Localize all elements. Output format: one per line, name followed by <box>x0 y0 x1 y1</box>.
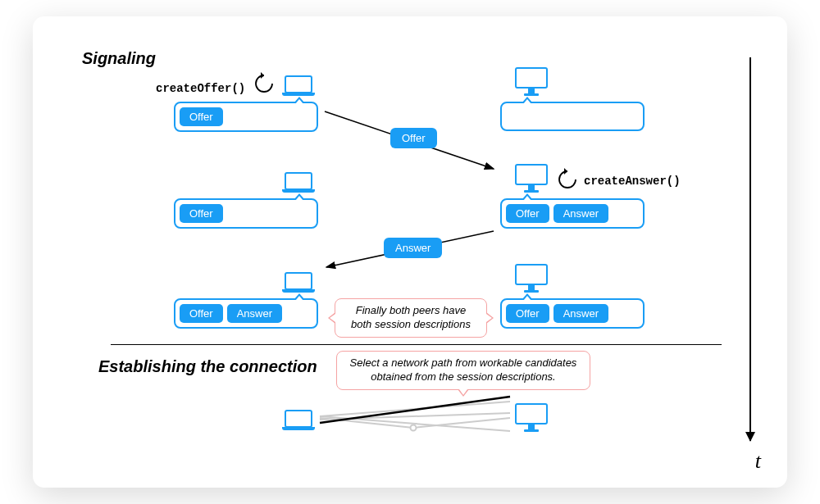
peer-state-bubble: Offer Answer <box>174 298 318 329</box>
answer-chip: Answer <box>554 304 608 323</box>
peer-state-bubble: Offer <box>174 198 318 229</box>
desktop-icon <box>515 264 548 293</box>
answer-transit-chip: Answer <box>384 238 442 258</box>
desktop-icon <box>515 67 548 97</box>
offer-chip: Offer <box>506 304 549 323</box>
svg-marker-2 <box>564 168 567 175</box>
svg-marker-0 <box>261 72 264 79</box>
laptop-icon <box>282 272 315 293</box>
offer-chip: Offer <box>180 304 223 323</box>
svg-line-8 <box>320 397 510 423</box>
offer-transit-chip: Offer <box>390 128 437 148</box>
peer-state-bubble: Offer <box>174 102 318 132</box>
answer-chip: Answer <box>227 304 282 323</box>
diagram-canvas: t Signaling createOffer() Offer Offer Of… <box>33 16 787 488</box>
offer-chip: Offer <box>506 204 549 223</box>
callout-select-path: Select a network path from workable cand… <box>336 351 590 390</box>
callout-text: Finally both peers have both session des… <box>351 304 471 330</box>
self-loop-icon <box>556 168 579 191</box>
heading-establishing: Establishing the connection <box>98 357 317 376</box>
laptop-icon <box>282 172 315 193</box>
self-loop-icon <box>253 72 276 95</box>
code-create-answer-label: createAnswer() <box>584 175 681 188</box>
peer-state-bubble <box>500 102 645 131</box>
time-axis-arrow <box>749 57 751 441</box>
heading-signaling: Signaling <box>82 49 156 68</box>
candidate-paths-icon <box>317 392 513 441</box>
desktop-icon <box>515 403 548 433</box>
laptop-icon <box>282 410 315 431</box>
callout-both-peers: Finally both peers have both session des… <box>335 298 487 338</box>
offer-chip: Offer <box>180 107 223 126</box>
laptop-icon <box>282 75 315 97</box>
peer-state-bubble: Offer Answer <box>500 198 645 229</box>
callout-text: Select a network path from workable cand… <box>350 356 577 383</box>
peer-state-bubble: Offer Answer <box>500 298 645 329</box>
desktop-icon <box>515 164 548 193</box>
time-axis-label: t <box>755 449 761 474</box>
code-create-offer-label: createOffer() <box>156 82 245 95</box>
phase-divider <box>111 344 722 345</box>
svg-point-7 <box>411 425 417 431</box>
answer-chip: Answer <box>554 204 608 223</box>
offer-chip: Offer <box>180 204 223 223</box>
